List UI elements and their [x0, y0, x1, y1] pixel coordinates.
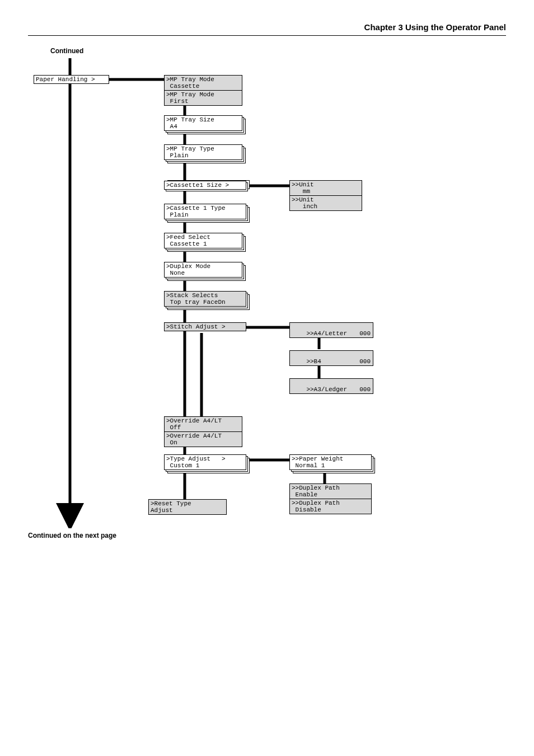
continued-label-top: Continued — [50, 47, 506, 55]
menu-paper-weight: >>Paper Weight Normal 1 — [289, 454, 372, 470]
menu-cassette1-type: >Cassette 1 Type Plain — [164, 204, 246, 219]
menu-unit-inch: >>Unit inch — [289, 195, 362, 211]
chapter-header: Chapter 3 Using the Operator Panel — [28, 22, 506, 36]
menu-feed-select: >Feed Select Cassette 1 — [164, 233, 242, 248]
menu-stitch-a4-letter: >>A4/Letter 000 — [289, 322, 373, 338]
menu-stitch-b4: >>B4 000 — [289, 350, 373, 366]
menu-unit-mm: >>Unit mm — [289, 180, 362, 196]
value: 000 — [359, 358, 371, 365]
menu-stack-selects: >Stack Selects Top tray FaceDn — [164, 291, 246, 307]
value: 000 — [359, 330, 371, 337]
menu-stitch-adjust: >Stitch Adjust > — [164, 322, 246, 331]
label: >>A4/Letter — [306, 330, 347, 337]
menu-mp-tray-type: >MP Tray Type Plain — [164, 144, 242, 160]
label: >>B4 — [306, 358, 321, 365]
menu-override-off: >Override A4/LT Off — [164, 416, 242, 432]
menu-flow-diagram: Paper Handling > >MP Tray Mode Cassette … — [28, 58, 386, 528]
menu-override-on: >Override A4/LT On — [164, 431, 242, 447]
menu-cassette1-size: >Cassette1 Size > — [164, 181, 246, 190]
menu-stitch-a3-ledger: >>A3/Ledger 000 — [289, 378, 373, 394]
menu-duplex-mode: >Duplex Mode None — [164, 262, 242, 278]
menu-paper-handling: Paper Handling > — [34, 75, 109, 84]
menu-type-adjust: >Type Adjust > Custom 1 — [164, 454, 246, 470]
menu-duplex-path-enable: >>Duplex Path Enable — [289, 483, 372, 499]
continued-label-bottom: Continued on the next page — [28, 532, 506, 539]
menu-mp-tray-mode-first: >MP Tray Mode First — [164, 90, 242, 106]
menu-mp-tray-mode-cassette: >MP Tray Mode Cassette — [164, 75, 242, 91]
menu-reset-type-adjust: >Reset Type Adjust — [148, 499, 227, 515]
menu-duplex-path-disable: >>Duplex Path Disable — [289, 499, 372, 514]
value: 000 — [359, 386, 371, 393]
label: >>A3/Ledger — [306, 386, 347, 393]
menu-mp-tray-size: >MP Tray Size A4 — [164, 115, 242, 131]
